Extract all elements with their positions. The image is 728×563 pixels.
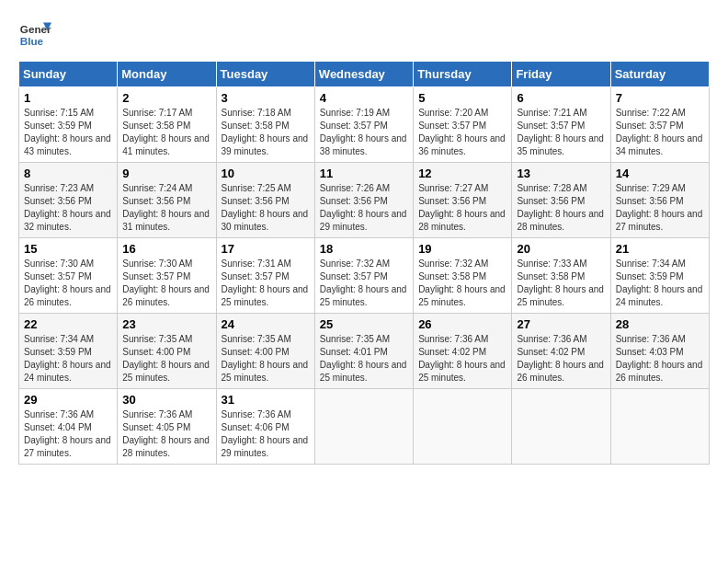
calendar-week-row: 15Sunrise: 7:30 AMSunset: 3:57 PMDayligh… bbox=[19, 238, 710, 314]
weekday-header: Friday bbox=[512, 62, 610, 87]
calendar-cell: 26Sunrise: 7:36 AMSunset: 4:02 PMDayligh… bbox=[414, 314, 512, 389]
calendar-week-row: 8Sunrise: 7:23 AMSunset: 3:56 PMDaylight… bbox=[19, 163, 710, 238]
weekday-header-row: SundayMondayTuesdayWednesdayThursdayFrid… bbox=[19, 62, 710, 87]
day-number: 18 bbox=[320, 242, 408, 256]
calendar-cell bbox=[414, 389, 512, 465]
calendar-cell: 7Sunrise: 7:22 AMSunset: 3:57 PMDaylight… bbox=[610, 87, 709, 163]
day-number: 21 bbox=[616, 242, 704, 256]
calendar-cell: 11Sunrise: 7:26 AMSunset: 3:56 PMDayligh… bbox=[314, 163, 413, 238]
weekday-header: Tuesday bbox=[216, 62, 314, 87]
weekday-header: Thursday bbox=[414, 62, 512, 87]
day-info: Sunrise: 7:32 AMSunset: 3:58 PMDaylight:… bbox=[418, 259, 506, 307]
day-number: 24 bbox=[222, 317, 310, 331]
calendar-cell: 2Sunrise: 7:17 AMSunset: 3:58 PMDaylight… bbox=[118, 87, 216, 163]
day-info: Sunrise: 7:20 AMSunset: 3:57 PMDaylight:… bbox=[418, 108, 506, 156]
day-info: Sunrise: 7:15 AMSunset: 3:59 PMDaylight:… bbox=[24, 108, 111, 156]
weekday-header: Monday bbox=[118, 62, 216, 87]
calendar-cell: 12Sunrise: 7:27 AMSunset: 3:56 PMDayligh… bbox=[414, 163, 512, 238]
calendar-cell: 23Sunrise: 7:35 AMSunset: 4:00 PMDayligh… bbox=[118, 314, 216, 389]
day-number: 8 bbox=[24, 167, 112, 180]
calendar-cell: 25Sunrise: 7:35 AMSunset: 4:01 PMDayligh… bbox=[314, 314, 413, 389]
day-number: 30 bbox=[122, 393, 210, 407]
day-number: 6 bbox=[517, 91, 605, 105]
calendar-cell: 21Sunrise: 7:34 AMSunset: 3:59 PMDayligh… bbox=[610, 238, 709, 314]
calendar-cell: 16Sunrise: 7:30 AMSunset: 3:57 PMDayligh… bbox=[118, 238, 216, 314]
day-number: 20 bbox=[517, 242, 605, 256]
day-info: Sunrise: 7:35 AMSunset: 4:00 PMDaylight:… bbox=[222, 334, 309, 383]
day-info: Sunrise: 7:17 AMSunset: 3:58 PMDaylight:… bbox=[122, 108, 210, 156]
day-info: Sunrise: 7:22 AMSunset: 3:57 PMDaylight:… bbox=[616, 108, 703, 156]
calendar-cell: 6Sunrise: 7:21 AMSunset: 3:57 PMDaylight… bbox=[512, 87, 610, 163]
calendar-cell: 17Sunrise: 7:31 AMSunset: 3:57 PMDayligh… bbox=[216, 238, 314, 314]
day-info: Sunrise: 7:35 AMSunset: 4:01 PMDaylight:… bbox=[320, 334, 407, 383]
day-number: 26 bbox=[418, 317, 506, 331]
day-info: Sunrise: 7:36 AMSunset: 4:04 PMDaylight:… bbox=[24, 409, 111, 458]
calendar-cell: 29Sunrise: 7:36 AMSunset: 4:04 PMDayligh… bbox=[19, 389, 118, 465]
day-info: Sunrise: 7:25 AMSunset: 3:56 PMDaylight:… bbox=[222, 183, 309, 232]
day-info: Sunrise: 7:35 AMSunset: 4:00 PMDaylight:… bbox=[122, 334, 210, 383]
calendar-cell: 9Sunrise: 7:24 AMSunset: 3:56 PMDaylight… bbox=[118, 163, 216, 238]
day-info: Sunrise: 7:31 AMSunset: 3:57 PMDaylight:… bbox=[222, 259, 309, 307]
day-info: Sunrise: 7:26 AMSunset: 3:56 PMDaylight:… bbox=[320, 183, 407, 232]
weekday-header: Sunday bbox=[19, 62, 118, 87]
day-number: 22 bbox=[24, 317, 112, 331]
calendar-cell bbox=[512, 389, 610, 465]
calendar-cell bbox=[314, 389, 413, 465]
day-info: Sunrise: 7:21 AMSunset: 3:57 PMDaylight:… bbox=[517, 108, 604, 156]
calendar-cell: 27Sunrise: 7:36 AMSunset: 4:02 PMDayligh… bbox=[512, 314, 610, 389]
calendar-cell: 14Sunrise: 7:29 AMSunset: 3:56 PMDayligh… bbox=[610, 163, 709, 238]
day-info: Sunrise: 7:32 AMSunset: 3:57 PMDaylight:… bbox=[320, 259, 407, 307]
day-info: Sunrise: 7:28 AMSunset: 3:56 PMDaylight:… bbox=[517, 183, 604, 232]
day-info: Sunrise: 7:29 AMSunset: 3:56 PMDaylight:… bbox=[616, 183, 703, 232]
day-number: 3 bbox=[222, 91, 310, 105]
day-info: Sunrise: 7:33 AMSunset: 3:58 PMDaylight:… bbox=[517, 259, 604, 307]
day-info: Sunrise: 7:34 AMSunset: 3:59 PMDaylight:… bbox=[616, 259, 703, 307]
day-number: 25 bbox=[320, 317, 408, 331]
day-info: Sunrise: 7:27 AMSunset: 3:56 PMDaylight:… bbox=[418, 183, 506, 232]
calendar-cell: 8Sunrise: 7:23 AMSunset: 3:56 PMDaylight… bbox=[19, 163, 118, 238]
day-number: 5 bbox=[418, 91, 506, 105]
page-header: General Blue bbox=[18, 18, 710, 52]
weekday-header: Wednesday bbox=[314, 62, 413, 87]
day-info: Sunrise: 7:36 AMSunset: 4:02 PMDaylight:… bbox=[418, 334, 506, 383]
day-number: 7 bbox=[616, 91, 704, 105]
day-number: 31 bbox=[222, 393, 310, 407]
day-info: Sunrise: 7:24 AMSunset: 3:56 PMDaylight:… bbox=[122, 183, 210, 232]
calendar-cell: 4Sunrise: 7:19 AMSunset: 3:57 PMDaylight… bbox=[314, 87, 413, 163]
day-number: 11 bbox=[320, 167, 408, 180]
day-number: 1 bbox=[24, 91, 112, 105]
day-number: 28 bbox=[616, 317, 704, 331]
day-info: Sunrise: 7:36 AMSunset: 4:06 PMDaylight:… bbox=[222, 409, 309, 458]
day-number: 12 bbox=[418, 167, 506, 180]
day-info: Sunrise: 7:36 AMSunset: 4:02 PMDaylight:… bbox=[517, 334, 604, 383]
calendar-table: SundayMondayTuesdayWednesdayThursdayFrid… bbox=[18, 61, 710, 465]
calendar-cell: 24Sunrise: 7:35 AMSunset: 4:00 PMDayligh… bbox=[216, 314, 314, 389]
day-info: Sunrise: 7:36 AMSunset: 4:05 PMDaylight:… bbox=[122, 409, 210, 458]
calendar-cell: 30Sunrise: 7:36 AMSunset: 4:05 PMDayligh… bbox=[118, 389, 216, 465]
day-number: 2 bbox=[122, 91, 210, 105]
calendar-cell: 5Sunrise: 7:20 AMSunset: 3:57 PMDaylight… bbox=[414, 87, 512, 163]
day-info: Sunrise: 7:30 AMSunset: 3:57 PMDaylight:… bbox=[122, 259, 210, 307]
day-number: 14 bbox=[616, 167, 704, 180]
day-number: 19 bbox=[418, 242, 506, 256]
calendar-cell: 22Sunrise: 7:34 AMSunset: 3:59 PMDayligh… bbox=[19, 314, 118, 389]
calendar-cell: 20Sunrise: 7:33 AMSunset: 3:58 PMDayligh… bbox=[512, 238, 610, 314]
calendar-cell: 10Sunrise: 7:25 AMSunset: 3:56 PMDayligh… bbox=[216, 163, 314, 238]
day-number: 15 bbox=[24, 242, 112, 256]
calendar-week-row: 29Sunrise: 7:36 AMSunset: 4:04 PMDayligh… bbox=[19, 389, 710, 465]
day-number: 27 bbox=[517, 317, 605, 331]
day-number: 9 bbox=[122, 167, 210, 180]
calendar-cell: 31Sunrise: 7:36 AMSunset: 4:06 PMDayligh… bbox=[216, 389, 314, 465]
calendar-cell: 15Sunrise: 7:30 AMSunset: 3:57 PMDayligh… bbox=[19, 238, 118, 314]
calendar-cell: 1Sunrise: 7:15 AMSunset: 3:59 PMDaylight… bbox=[19, 87, 118, 163]
day-info: Sunrise: 7:36 AMSunset: 4:03 PMDaylight:… bbox=[616, 334, 703, 383]
logo: General Blue bbox=[18, 18, 51, 52]
day-info: Sunrise: 7:30 AMSunset: 3:57 PMDaylight:… bbox=[24, 259, 111, 307]
calendar-cell: 28Sunrise: 7:36 AMSunset: 4:03 PMDayligh… bbox=[610, 314, 709, 389]
day-number: 16 bbox=[122, 242, 210, 256]
calendar-cell: 19Sunrise: 7:32 AMSunset: 3:58 PMDayligh… bbox=[414, 238, 512, 314]
day-info: Sunrise: 7:19 AMSunset: 3:57 PMDaylight:… bbox=[320, 108, 407, 156]
calendar-cell: 3Sunrise: 7:18 AMSunset: 3:58 PMDaylight… bbox=[216, 87, 314, 163]
svg-text:Blue: Blue bbox=[20, 35, 44, 47]
weekday-header: Saturday bbox=[610, 62, 709, 87]
